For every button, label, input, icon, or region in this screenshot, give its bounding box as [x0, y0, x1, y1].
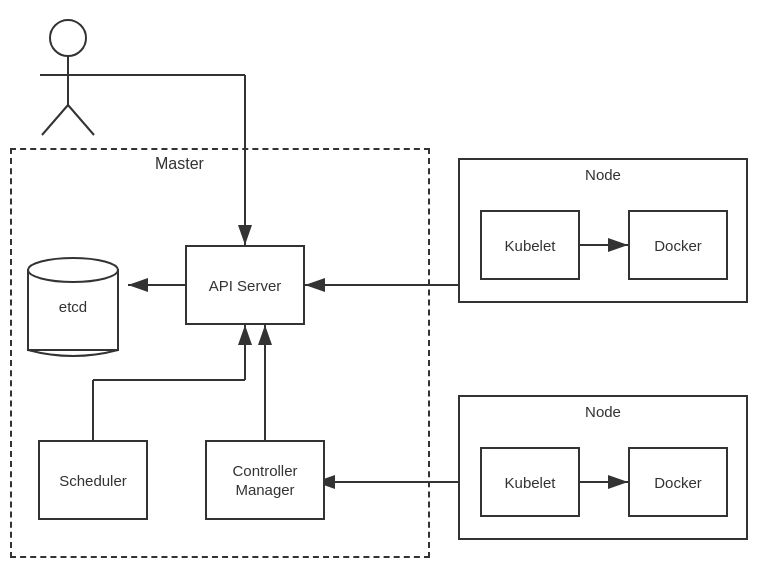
master-label: Master: [155, 155, 204, 173]
scheduler-label: Scheduler: [59, 472, 127, 489]
svg-line-6: [68, 105, 94, 135]
kubelet2-label: Kubelet: [505, 474, 556, 491]
controller-manager-label: ControllerManager: [232, 461, 297, 500]
api-server-box: API Server: [185, 245, 305, 325]
node1-label: Node: [460, 160, 746, 183]
svg-point-2: [50, 20, 86, 56]
docker-box-1: Docker: [628, 210, 728, 280]
api-server-label: API Server: [209, 277, 282, 294]
docker1-label: Docker: [654, 237, 702, 254]
kubelet-box-1: Kubelet: [480, 210, 580, 280]
svg-line-5: [42, 105, 68, 135]
docker-box-2: Docker: [628, 447, 728, 517]
docker2-label: Docker: [654, 474, 702, 491]
scheduler-box: Scheduler: [38, 440, 148, 520]
architecture-diagram: Master Node Node etcd API Server Schedul…: [0, 0, 762, 582]
kubelet-box-2: Kubelet: [480, 447, 580, 517]
controller-manager-box: ControllerManager: [205, 440, 325, 520]
kubelet1-label: Kubelet: [505, 237, 556, 254]
etcd-label: etcd: [28, 298, 118, 315]
node2-label: Node: [460, 397, 746, 420]
